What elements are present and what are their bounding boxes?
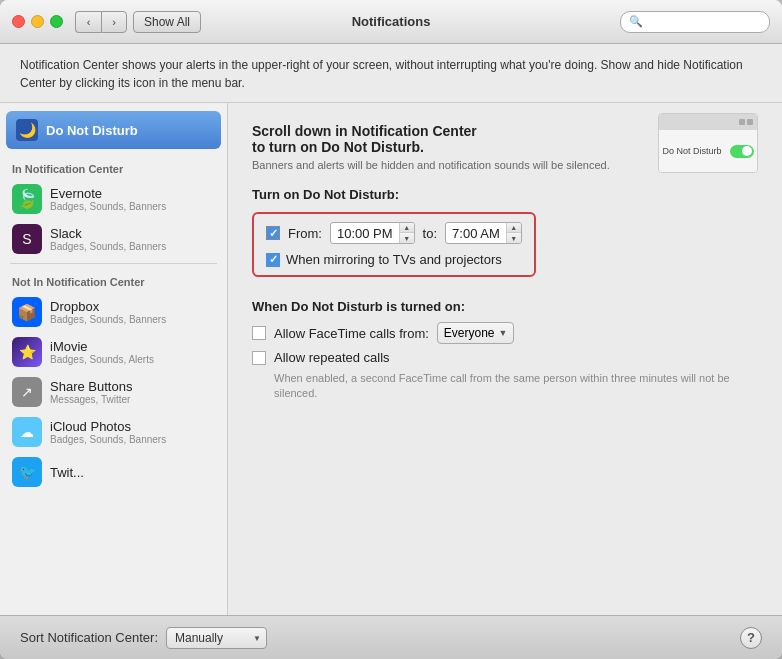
icloud-photos-name: iCloud Photos: [50, 419, 166, 434]
help-button[interactable]: ?: [740, 627, 762, 649]
traffic-lights: [12, 15, 63, 28]
nav-forward-button[interactable]: ›: [101, 11, 127, 33]
sort-select[interactable]: Manually By Time Alphabetically: [166, 627, 267, 649]
from-time-up[interactable]: ▲: [400, 222, 414, 233]
dnd-preview: Do Not Disturb: [658, 113, 758, 173]
preview-label: Do Not Disturb: [662, 146, 721, 156]
facetime-checkbox[interactable]: [252, 326, 266, 340]
slack-name: Slack: [50, 226, 166, 241]
notifications-window: ‹ › Show All Notifications 🔍 Notificatio…: [0, 0, 782, 659]
sidebar-item-dnd[interactable]: 🌙 Do Not Disturb: [6, 111, 221, 149]
nav-buttons: ‹ ›: [75, 11, 127, 33]
imovie-name: iMovie: [50, 339, 154, 354]
when-section: When Do Not Disturb is turned on: Allow …: [252, 299, 758, 402]
imovie-icon: ⭐: [12, 337, 42, 367]
schedule-row: From: 10:00 PM ▲ ▼ to: 7:00 AM ▲ ▼: [266, 222, 522, 244]
preview-dot2: [747, 119, 753, 125]
slack-icon: S: [12, 224, 42, 254]
to-time-down[interactable]: ▼: [507, 233, 521, 244]
sidebar-item-share-buttons[interactable]: ↗ Share Buttons Messages, Twitter: [0, 372, 227, 412]
icloud-photos-sub: Badges, Sounds, Banners: [50, 434, 166, 445]
sidebar: 🌙 Do Not Disturb In Notification Center …: [0, 103, 228, 615]
show-all-button[interactable]: Show All: [133, 11, 201, 33]
dropbox-name: Dropbox: [50, 299, 166, 314]
dropbox-icon: 📦: [12, 297, 42, 327]
share-buttons-icon: ↗: [12, 377, 42, 407]
twitter-icon: 🐦: [12, 457, 42, 487]
schedule-checkbox[interactable]: [266, 226, 280, 240]
facetime-chevron-icon: ▼: [499, 328, 508, 338]
sort-select-wrapper: Manually By Time Alphabetically: [166, 627, 267, 649]
evernote-sub: Badges, Sounds, Banners: [50, 201, 166, 212]
description-text: Notification Center shows your alerts in…: [20, 58, 743, 90]
evernote-name: Evernote: [50, 186, 166, 201]
content-area: Do Not Disturb Scroll down in Notificati…: [228, 103, 782, 615]
slack-sub: Badges, Sounds, Banners: [50, 241, 166, 252]
description-bar: Notification Center shows your alerts in…: [0, 44, 782, 103]
sidebar-dnd-label: Do Not Disturb: [46, 123, 138, 138]
main-area: 🌙 Do Not Disturb In Notification Center …: [0, 103, 782, 615]
from-time-down[interactable]: ▼: [400, 233, 414, 244]
icloud-photos-icon: ☁: [12, 417, 42, 447]
preview-toggle: [730, 145, 754, 158]
from-time-stepper: ▲ ▼: [399, 222, 414, 244]
from-time-value: 10:00 PM: [331, 226, 399, 241]
window-title: Notifications: [352, 14, 431, 29]
mirror-row: When mirroring to TVs and projectors: [266, 252, 522, 267]
repeated-calls-desc: When enabled, a second FaceTime call fro…: [274, 371, 758, 402]
maximize-button[interactable]: [50, 15, 63, 28]
search-input[interactable]: [647, 15, 761, 29]
repeated-calls-row: Allow repeated calls: [252, 350, 758, 365]
dnd-schedule-box: From: 10:00 PM ▲ ▼ to: 7:00 AM ▲ ▼: [252, 212, 536, 277]
to-time-stepper: ▲ ▼: [506, 222, 521, 244]
share-buttons-name: Share Buttons: [50, 379, 132, 394]
imovie-sub: Badges, Sounds, Alerts: [50, 354, 154, 365]
sort-label: Sort Notification Center:: [20, 630, 158, 645]
schedule-from-label: From:: [288, 226, 322, 241]
to-time-value: 7:00 AM: [446, 226, 506, 241]
mirror-checkbox[interactable]: [266, 253, 280, 267]
facetime-option-label: Allow FaceTime calls from:: [274, 326, 429, 341]
search-box[interactable]: 🔍: [620, 11, 770, 33]
when-section-title: When Do Not Disturb is turned on:: [252, 299, 758, 314]
sidebar-item-evernote[interactable]: 🍃 Evernote Badges, Sounds, Banners: [0, 179, 227, 219]
dropbox-sub: Badges, Sounds, Banners: [50, 314, 166, 325]
facetime-select[interactable]: Everyone ▼: [437, 322, 515, 344]
to-time-up[interactable]: ▲: [507, 222, 521, 233]
search-icon: 🔍: [629, 15, 643, 28]
facetime-option-row: Allow FaceTime calls from: Everyone ▼: [252, 322, 758, 344]
sidebar-item-dropbox[interactable]: 📦 Dropbox Badges, Sounds, Banners: [0, 292, 227, 332]
share-buttons-sub: Messages, Twitter: [50, 394, 132, 405]
from-time-field[interactable]: 10:00 PM ▲ ▼: [330, 222, 415, 244]
minimize-button[interactable]: [31, 15, 44, 28]
dnd-icon: 🌙: [16, 119, 38, 141]
repeated-calls-label: Allow repeated calls: [274, 350, 390, 365]
mirror-label: When mirroring to TVs and projectors: [286, 252, 502, 267]
evernote-icon: 🍃: [12, 184, 42, 214]
to-time-field[interactable]: 7:00 AM ▲ ▼: [445, 222, 522, 244]
preview-dot1: [739, 119, 745, 125]
section-out-header: Not In Notification Center: [0, 268, 227, 292]
sidebar-item-icloud-photos[interactable]: ☁ iCloud Photos Badges, Sounds, Banners: [0, 412, 227, 452]
titlebar: ‹ › Show All Notifications 🔍: [0, 0, 782, 44]
facetime-selected-value: Everyone: [444, 326, 495, 340]
bottom-bar: Sort Notification Center: Manually By Ti…: [0, 615, 782, 659]
section-in-header: In Notification Center: [0, 155, 227, 179]
sidebar-item-twitter[interactable]: 🐦 Twit...: [0, 452, 227, 492]
sidebar-item-imovie[interactable]: ⭐ iMovie Badges, Sounds, Alerts: [0, 332, 227, 372]
nav-back-button[interactable]: ‹: [75, 11, 101, 33]
repeated-calls-checkbox[interactable]: [252, 351, 266, 365]
schedule-section-title: Turn on Do Not Disturb:: [252, 187, 758, 202]
close-button[interactable]: [12, 15, 25, 28]
sidebar-divider: [10, 263, 217, 264]
sidebar-item-slack[interactable]: S Slack Badges, Sounds, Banners: [0, 219, 227, 259]
twitter-name: Twit...: [50, 465, 84, 480]
schedule-to-label: to:: [423, 226, 437, 241]
